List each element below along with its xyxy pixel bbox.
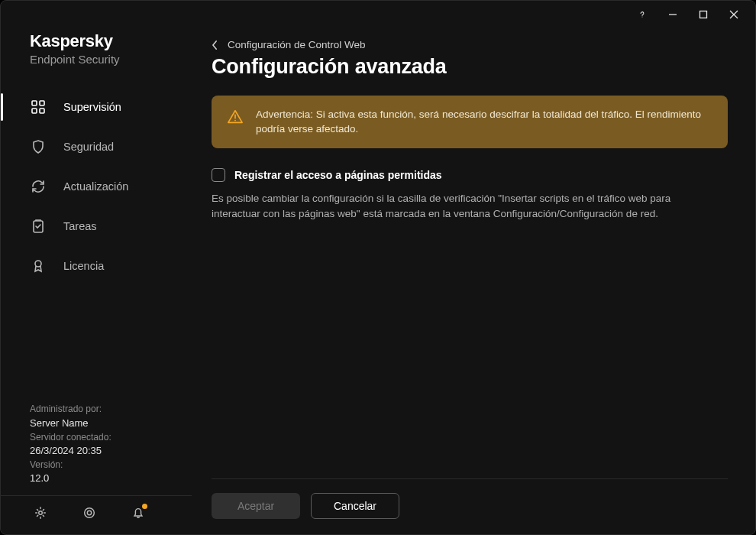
sidebar-item-security[interactable]: Seguridad [1,127,192,167]
svg-point-14 [87,511,91,514]
notification-dot [142,504,147,509]
brand-name: Kaspersky [30,31,192,51]
warning-text: Advertencia: Si activa esta función, ser… [256,108,712,136]
cancel-button[interactable]: Cancelar [311,493,399,519]
checkbox-label: Registrar el acceso a páginas permitidas [234,169,442,181]
svg-point-11 [35,261,41,267]
sidebar-item-label: Seguridad [63,141,114,153]
maximize-button[interactable] [688,3,719,26]
sidebar-item-label: Tareas [63,220,97,232]
connected-label: Servidor conectado: [30,431,192,444]
svg-rect-6 [32,101,37,105]
sidebar-item-supervision[interactable]: Supervisión [1,87,192,127]
log-access-checkbox[interactable] [212,168,225,182]
shield-icon [30,138,47,155]
sidebar-item-label: Licencia [63,260,104,272]
clipboard-icon [30,218,47,235]
close-button[interactable] [719,3,749,26]
badge-icon [30,258,47,274]
sidebar-info: Administrado por: Server Name Servidor c… [1,403,192,495]
minimize-button[interactable] [657,3,688,26]
checkbox-row: Registrar el acceso a páginas permitidas [212,168,728,182]
svg-rect-3 [700,11,707,18]
dashboard-icon [30,99,47,115]
footer-bar: Aceptar Cancelar [212,478,728,534]
notifications-icon[interactable] [131,505,146,520]
sidebar-item-tasks[interactable]: Tareas [1,206,192,246]
sidebar-item-update[interactable]: Actualización [1,167,192,206]
warning-banner: Advertencia: Si activa esta función, ser… [212,96,728,148]
version-label: Versión: [30,459,192,472]
managed-by-value: Server Name [30,417,192,431]
nav: Supervisión Seguridad [1,87,192,286]
svg-point-13 [85,508,95,518]
help-button[interactable] [627,3,657,26]
app-window: Kaspersky Endpoint Security Supervisión [0,0,756,535]
chevron-left-icon [212,40,218,50]
button-label: Aceptar [237,500,274,512]
sidebar: Kaspersky Endpoint Security Supervisión [1,28,192,534]
refresh-icon [30,178,47,195]
support-icon[interactable] [82,505,97,520]
breadcrumb-label: Configuración de Control Web [228,39,366,50]
sidebar-item-label: Actualización [63,180,128,193]
titlebar [1,1,755,28]
version-value: 12.0 [30,472,192,486]
svg-rect-9 [40,109,44,113]
logo-block: Kaspersky Endpoint Security [1,31,192,79]
accept-button[interactable]: Aceptar [212,493,300,519]
svg-rect-8 [32,109,37,113]
page-title: Configuración avanzada [212,55,728,79]
svg-point-1 [641,16,642,17]
product-name: Endpoint Security [30,53,192,66]
managed-by-label: Administrado por: [30,403,192,416]
button-label: Cancelar [334,500,376,512]
breadcrumb-back[interactable]: Configuración de Control Web [212,39,728,50]
sidebar-bottom-icons [1,495,192,534]
svg-rect-7 [40,101,44,105]
sidebar-item-label: Supervisión [63,101,121,113]
help-text: Es posible cambiar la configuración si l… [212,191,700,221]
svg-point-16 [234,120,236,122]
main-content: Configuración de Control Web Configuraci… [192,28,755,534]
sidebar-item-license[interactable]: Licencia [1,246,192,286]
svg-point-12 [39,511,43,515]
warning-icon [227,109,244,125]
settings-icon[interactable] [33,505,48,520]
connected-value: 26/3/2024 20:35 [30,444,192,459]
